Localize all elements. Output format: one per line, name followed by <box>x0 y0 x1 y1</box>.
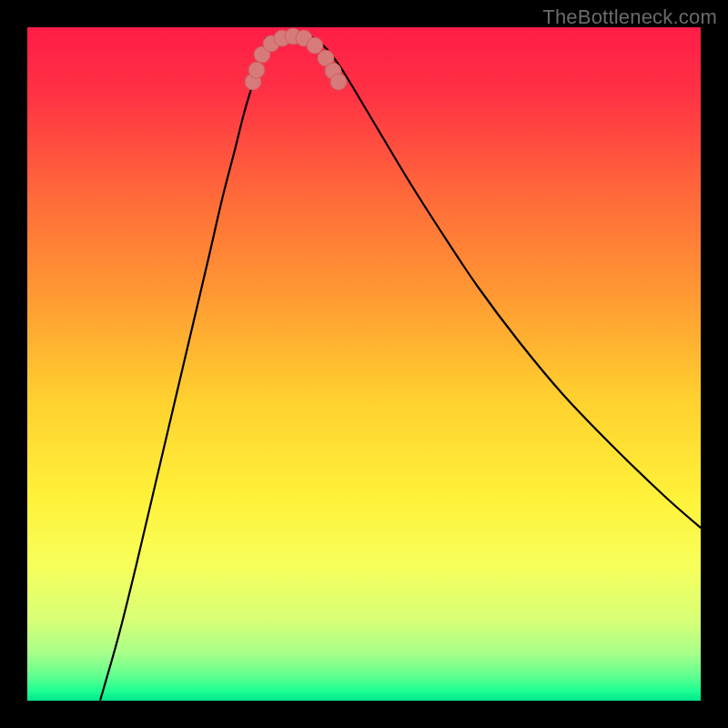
outer-frame: TheBottleneck.com <box>0 0 728 728</box>
marker-dot <box>330 74 347 90</box>
highlight-markers <box>245 28 347 90</box>
marker-dot <box>248 62 265 78</box>
marker-dot <box>307 37 323 54</box>
curve-layer <box>27 27 701 701</box>
plot-area <box>27 27 701 701</box>
watermark-text: TheBottleneck.com <box>542 5 717 29</box>
bottleneck-curve <box>100 36 701 701</box>
